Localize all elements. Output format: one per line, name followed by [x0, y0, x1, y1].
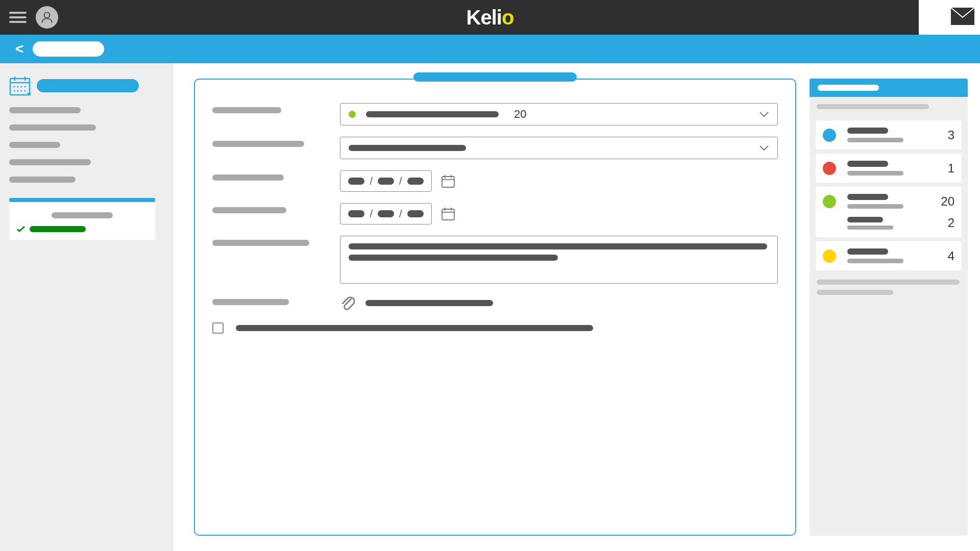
field-label-4 — [212, 207, 286, 213]
sidebar-section-title — [37, 79, 139, 92]
sidebar-item-3[interactable] — [9, 159, 91, 165]
svg-point-0 — [44, 12, 50, 18]
chevron-down-icon — [759, 145, 769, 151]
mail-icon — [950, 7, 975, 26]
checkbox-label — [236, 325, 593, 331]
status-dot-icon — [823, 129, 836, 142]
calendar-icon — [9, 76, 31, 96]
sidebar-item-2[interactable] — [9, 142, 60, 148]
sidebar — [0, 63, 174, 551]
svg-rect-2 — [10, 79, 30, 95]
svg-point-11 — [17, 90, 18, 91]
summary-card-3[interactable]: 4 — [816, 241, 962, 270]
chevron-down-icon — [759, 111, 769, 117]
summary-footer-line — [817, 280, 960, 285]
confirm-checkbox[interactable] — [212, 322, 224, 334]
attachment-button[interactable] — [340, 295, 778, 311]
mail-corner[interactable] — [893, 0, 980, 35]
sidebar-item-1[interactable] — [9, 124, 96, 131]
card-count: 3 — [948, 128, 954, 142]
summary-card-1[interactable]: 1 — [816, 154, 962, 183]
summary-panel: 312024 — [810, 79, 968, 536]
back-button[interactable]: < — [15, 41, 23, 57]
field-label-2 — [212, 141, 304, 147]
sidebar-item-0[interactable] — [9, 107, 81, 113]
card-count: 20 — [941, 194, 954, 209]
svg-rect-15 — [442, 177, 454, 187]
end-date-input[interactable]: // — [340, 203, 432, 224]
form-card: 20 // — [194, 79, 796, 536]
card-count: 4 — [948, 249, 954, 263]
breadcrumb-bar: < — [0, 35, 980, 63]
top-header: Kelio — [0, 0, 980, 35]
paperclip-icon — [340, 295, 355, 311]
calendar-picker-icon[interactable] — [441, 207, 455, 221]
summary-footer-line — [817, 290, 893, 295]
card-sub-count: 2 — [948, 216, 954, 230]
svg-rect-19 — [442, 209, 454, 220]
field-label-6 — [212, 299, 289, 305]
page-title — [33, 41, 104, 57]
logo: Kelio — [467, 6, 514, 29]
svg-point-10 — [13, 90, 15, 91]
submenu-item-active[interactable] — [16, 226, 148, 233]
svg-point-9 — [24, 86, 26, 87]
check-icon — [16, 226, 26, 233]
svg-point-6 — [13, 86, 15, 87]
summary-subtitle — [817, 104, 929, 109]
svg-point-12 — [20, 90, 22, 91]
card-count: 1 — [948, 161, 954, 176]
type-select[interactable]: 20 — [340, 103, 778, 126]
type-count: 20 — [514, 108, 526, 121]
summary-title — [810, 79, 968, 97]
field-label-3 — [212, 174, 284, 181]
user-icon — [40, 11, 54, 24]
status-dot-icon — [823, 195, 836, 208]
form-title — [413, 72, 577, 82]
sidebar-item-4[interactable] — [9, 177, 76, 183]
svg-point-8 — [20, 86, 22, 87]
summary-card-0[interactable]: 3 — [816, 120, 962, 149]
submenu-title — [52, 212, 113, 218]
reason-select[interactable] — [340, 137, 778, 159]
start-date-input[interactable]: // — [340, 170, 432, 192]
svg-point-13 — [24, 90, 26, 91]
avatar[interactable] — [36, 6, 58, 29]
status-dot-icon — [823, 249, 836, 263]
menu-icon[interactable] — [9, 9, 27, 26]
sidebar-submenu — [9, 198, 164, 240]
status-dot-icon — [823, 162, 836, 175]
field-label-1 — [212, 107, 281, 113]
field-label-5 — [212, 240, 309, 246]
svg-point-7 — [17, 86, 18, 87]
calendar-picker-icon[interactable] — [441, 174, 455, 188]
summary-card-2[interactable]: 202 — [816, 187, 962, 237]
comment-textarea[interactable] — [340, 236, 778, 284]
